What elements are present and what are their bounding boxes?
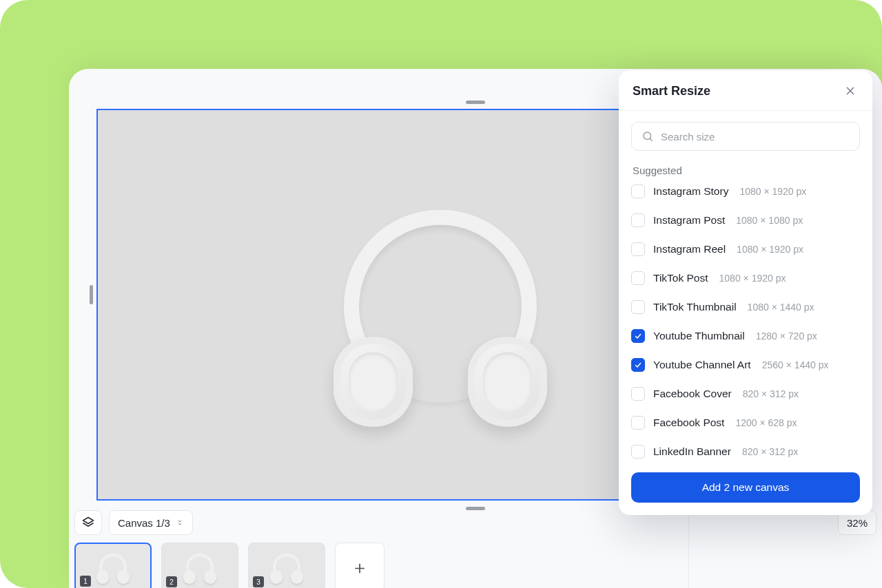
search-box[interactable] (631, 122, 860, 151)
thumb-index: 3 (253, 576, 264, 587)
canvas-thumbnail-1[interactable]: 1 (74, 543, 152, 588)
zoom-value: 32% (847, 517, 868, 529)
smart-resize-panel: Smart Resize Suggested Instagram Story10… (619, 70, 872, 515)
size-dimensions: 1280 × 720 px (756, 330, 817, 342)
size-name: Youtube Channel Art (653, 359, 751, 371)
size-name: Facebook Cover (653, 388, 732, 400)
panel-title: Smart Resize (633, 84, 710, 98)
size-dimensions: 2560 × 1440 px (762, 359, 829, 370)
checkbox[interactable] (631, 185, 645, 198)
size-list: Instagram Story1080 × 1920 pxInstagram P… (631, 185, 860, 459)
layers-button[interactable] (74, 510, 102, 535)
size-dimensions: 820 × 312 px (743, 388, 799, 399)
plus-icon: ＋ (351, 556, 369, 580)
thumb-index: 1 (80, 576, 91, 587)
size-dimensions: 820 × 312 px (742, 446, 798, 457)
size-option[interactable]: Instagram Story1080 × 1920 px (631, 185, 860, 198)
resize-handle-left[interactable] (90, 285, 93, 304)
canvas-thumbnail-3[interactable]: 3 (248, 543, 325, 588)
checkbox[interactable] (631, 387, 645, 401)
layers-icon (82, 516, 94, 529)
size-name: Instagram Reel (653, 243, 726, 255)
checkbox[interactable] (631, 300, 645, 314)
size-name: TikTok Thumbnail (653, 301, 737, 313)
size-name: TikTok Post (653, 272, 708, 284)
svg-marker-0 (83, 518, 94, 524)
add-canvas-cta[interactable]: Add 2 new canvas (631, 472, 860, 503)
size-name: Instagram Story (653, 185, 728, 198)
close-button[interactable] (842, 83, 859, 99)
panel-header: Smart Resize (619, 70, 872, 111)
resize-handle-top[interactable] (466, 101, 485, 104)
checkbox[interactable] (631, 416, 645, 430)
suggested-label: Suggested (633, 165, 860, 176)
checkbox[interactable] (631, 271, 645, 285)
size-name: Instagram Post (653, 214, 725, 227)
canvas-thumbnail-2[interactable]: 2 (161, 543, 238, 588)
checkbox[interactable] (631, 213, 645, 227)
canvas-image-headphones (323, 202, 557, 430)
chevron-down-icon (176, 518, 184, 527)
checkbox[interactable] (631, 358, 645, 372)
canvas-selector-label: Canvas 1/3 (118, 517, 170, 529)
size-dimensions: 1200 × 628 px (735, 417, 797, 428)
size-option[interactable]: Instagram Reel1080 × 1920 px (631, 242, 860, 256)
close-icon (845, 85, 856, 96)
size-option[interactable]: Facebook Post1200 × 628 px (631, 416, 860, 430)
add-canvas-button[interactable]: ＋ (335, 543, 384, 588)
size-option[interactable]: Instagram Post1080 × 1080 px (631, 213, 860, 227)
thumb-index: 2 (166, 576, 177, 587)
canvas-thumbnails: 1 2 3 ＋ (74, 543, 384, 588)
search-icon (642, 130, 654, 143)
size-name: Facebook Post (653, 417, 724, 429)
svg-line-4 (650, 138, 652, 140)
size-dimensions: 1080 × 1920 px (737, 244, 803, 255)
size-name: Youtube Thumbnail (653, 330, 745, 342)
canvas-selector[interactable]: Canvas 1/3 (109, 510, 193, 535)
size-option[interactable]: TikTok Thumbnail1080 × 1440 px (631, 300, 860, 314)
size-dimensions: 1080 × 1080 px (736, 215, 803, 226)
size-option[interactable]: Youtube Thumbnail1280 × 720 px (631, 329, 860, 343)
panel-body: Suggested Instagram Story1080 × 1920 pxI… (619, 111, 872, 515)
svg-point-3 (644, 132, 651, 140)
size-option[interactable]: Youtube Channel Art2560 × 1440 px (631, 358, 860, 372)
checkbox[interactable] (631, 242, 645, 256)
search-input[interactable] (661, 131, 850, 143)
size-dimensions: 1080 × 1920 px (719, 273, 786, 284)
size-option[interactable]: LinkedIn Banner820 × 312 px (631, 445, 860, 459)
checkbox[interactable] (631, 445, 645, 459)
size-option[interactable]: TikTok Post1080 × 1920 px (631, 271, 860, 285)
size-option[interactable]: Facebook Cover820 × 312 px (631, 387, 860, 401)
size-name: LinkedIn Banner (653, 445, 731, 458)
size-dimensions: 1080 × 1920 px (739, 186, 806, 197)
size-dimensions: 1080 × 1440 px (748, 302, 814, 313)
checkbox[interactable] (631, 329, 645, 343)
